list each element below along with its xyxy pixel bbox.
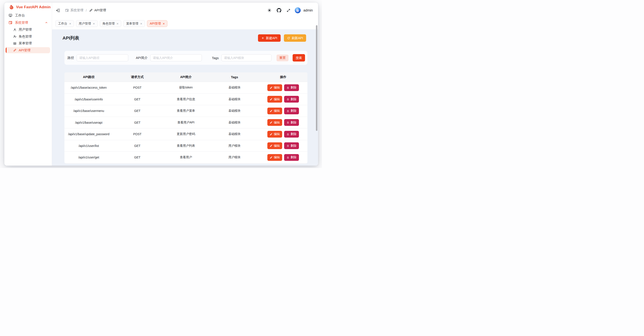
path-filter-input[interactable] [77,54,128,61]
sidebar-item-label: 工作台 [15,13,25,18]
close-icon[interactable]: × [117,22,119,25]
pencil-icon [270,133,272,136]
collapse-sidebar-icon[interactable] [56,8,60,12]
summary-cell: 查看用户 [162,156,210,159]
user-avatar[interactable] [295,7,301,13]
theme-sun-icon[interactable] [267,8,272,12]
method-cell: GET [113,156,162,159]
breadcrumb-current[interactable]: API管理 [89,8,106,12]
delete-button[interactable]: 删除 [284,131,299,138]
app-title: Vue FastAPI Admin [16,5,51,9]
api-plug-icon [89,8,93,12]
summary-cell: 查看用户菜单 [162,109,210,113]
tags-filter-label: Tags [212,56,219,60]
tab-bar: 工作台 × 用户管理 × 角色管理 × 菜单管理 × API管理 × [52,18,318,29]
reset-button[interactable]: 重置 [276,55,288,61]
main-area: 系统管理 / API管理 [52,2,318,166]
delete-button[interactable]: 删除 [284,142,299,149]
refresh-api-button[interactable]: 刷新API [284,34,306,42]
method-cell: GET [113,98,162,101]
table-row: /api/v1/base/userinfo GET 查看用户信息 基础模块 [64,94,308,105]
delete-button[interactable]: 删除 [284,84,299,91]
pencil-icon [270,144,272,147]
tags-filter-input[interactable] [222,54,272,61]
page-content: API列表 新建API [52,29,318,166]
tab-roles[interactable]: 角色管理 × [100,20,122,27]
table-row: /api/v1/user/list GET 查看用户列表 用户模块 [64,140,308,152]
edit-button[interactable]: 编辑 [267,84,282,91]
topbar-actions: admin [262,7,313,13]
app-logo[interactable]: Vue FastAPI Admin [4,3,52,11]
edit-button[interactable]: 编辑 [267,119,282,126]
create-api-button[interactable]: 新建API [258,34,280,42]
delete-button[interactable]: 删除 [284,119,299,126]
sidebar-item-roles[interactable]: 角色管理 [6,33,50,39]
api-path-cell: /api/v1/base/update_password [64,132,113,136]
tab-api[interactable]: API管理 × [147,20,168,27]
tags-cell: 基础模块 [210,109,259,113]
close-icon[interactable]: × [163,22,165,25]
breadcrumb-parent[interactable]: 系统管理 [65,8,84,12]
summary-cell: 查看用户列表 [162,144,210,148]
search-button[interactable]: 搜索 [292,54,305,61]
username[interactable]: admin [303,8,313,12]
delete-button[interactable]: 删除 [284,96,299,103]
api-path-cell: /api/v1/base/userinfo [64,98,113,101]
table-row: /api/v1/base/usermenu GET 查看用户菜单 基础模块 [64,105,308,117]
sidebar-item-workbench[interactable]: 工作台 [6,12,50,19]
sidebar-item-users[interactable]: 用户管理 [6,27,50,33]
trash-icon [286,133,289,136]
tab-workbench[interactable]: 工作台 × [55,20,74,27]
page-title: API列表 [62,35,79,41]
sidebar-item-api[interactable]: API管理 [6,47,50,53]
tags-cell: 基础模块 [210,97,259,101]
delete-button[interactable]: 删除 [284,154,299,161]
vertical-scrollbar[interactable] [316,25,318,131]
column-header-summary: API简介 [162,75,210,79]
tags-cell: 基础模块 [210,121,259,125]
summary-filter-label: API简介 [136,56,148,60]
menu-list-icon [13,42,16,45]
path-filter-label: 路径 [68,56,74,60]
pencil-icon [270,98,272,101]
topbar: 系统管理 / API管理 [52,2,318,18]
delete-button[interactable]: 删除 [284,108,299,114]
sidebar: Vue FastAPI Admin 工作台 [4,2,52,166]
close-icon[interactable]: × [69,22,71,25]
summary-cell: 更新用户密码 [162,132,210,136]
summary-filter-input[interactable] [150,54,202,61]
tags-cell: 基础模块 [210,132,259,136]
table-row: /api/v1/base/update_password POST 更新用户密码… [64,129,308,140]
close-icon[interactable]: × [93,22,95,25]
page-header: API列表 新建API [62,34,308,42]
chevron-up-icon [45,21,48,24]
api-path-cell: /api/v1/base/access_token [64,86,113,89]
fullscreen-icon[interactable] [286,8,290,12]
sidebar-item-menus[interactable]: 菜单管理 [6,40,50,46]
user-icon [13,28,16,31]
api-plug-icon [13,48,16,52]
column-header-actions: 操作 [259,75,308,79]
github-icon[interactable] [277,8,281,12]
tab-menus[interactable]: 菜单管理 × [123,20,145,27]
edit-button[interactable]: 编辑 [267,108,282,114]
api-path-cell: /api/v1/base/userapi [64,121,113,124]
sidebar-menu: 工作台 系统管理 [4,11,52,53]
edit-button[interactable]: 编辑 [267,96,282,103]
edit-button[interactable]: 编辑 [267,142,282,149]
sidebar-item-label: API管理 [19,48,30,52]
edit-button[interactable]: 编辑 [267,131,282,138]
chick-logo-icon [9,4,14,10]
system-window-gear-icon [8,21,12,24]
api-path-cell: /api/v1/user/get [64,156,113,159]
filter-bar: 路径 API简介 Tags 重置 搜索 [64,51,308,65]
summary-cell: 查看用户API [162,121,210,125]
tab-users[interactable]: 用户管理 × [76,20,98,27]
edit-button[interactable]: 编辑 [267,154,282,161]
pencil-icon [270,86,272,89]
close-icon[interactable]: × [140,22,142,25]
sidebar-item-label: 用户管理 [19,28,32,32]
app-window: Vue FastAPI Admin 工作台 [4,2,318,166]
actions-cell: 编辑 [259,84,308,91]
sidebar-item-system[interactable]: 系统管理 [6,19,50,26]
